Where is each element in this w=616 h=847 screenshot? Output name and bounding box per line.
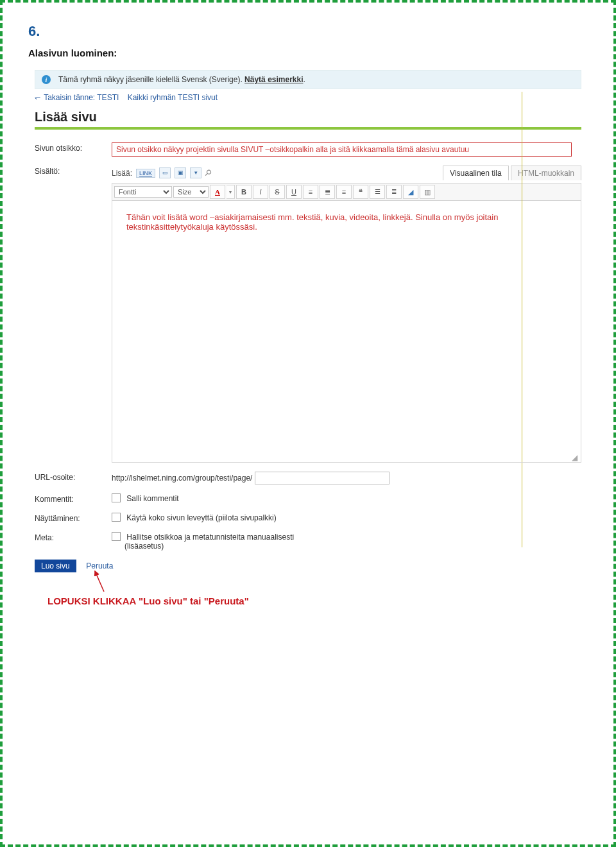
title-input-annotation[interactable]: Sivun otsikko näkyy projektin sivulla SI… (112, 142, 572, 157)
bold-button[interactable]: B (236, 185, 252, 199)
blockquote-button[interactable]: ❝ (353, 185, 368, 199)
notice-example-link[interactable]: Näytä esimerkki (244, 75, 303, 84)
notice-text: Tämä ryhmä näkyy jäsenille kielellä Sven… (58, 75, 305, 84)
label-url: URL-osoite: (35, 472, 112, 482)
svg-line-0 (95, 571, 104, 592)
resize-handle-icon[interactable]: ◢ (572, 453, 581, 462)
title-underline (35, 127, 581, 130)
font-select[interactable]: Fontti (114, 186, 172, 198)
notice-prefix: Tämä ryhmä näkyy jäsenille kielellä Sven… (58, 75, 244, 84)
insert-embed-button[interactable]: ▾ (190, 167, 201, 178)
row-display: Näyttäminen: Käytä koko sivun leveyttä (… (35, 513, 581, 523)
url-prefix: http://lshelmet.ning.com/group/testi/pag… (112, 474, 252, 483)
text-color-button[interactable]: A (210, 185, 225, 199)
row-url: URL-osoite: http://lshelmet.ning.com/gro… (35, 472, 581, 484)
step-number: 6. (28, 23, 588, 40)
editor-toolbar: Fontti Size A▾ B I S U ≡ ≣ ≡ ❝ ☰ ≣ (112, 183, 581, 201)
ol-button[interactable]: ≣ (386, 185, 402, 199)
page-title: Lisää sivu (35, 110, 588, 124)
tab-visual[interactable]: Visuaalinen tila (443, 166, 509, 180)
label-title: Sivun otsikko: (35, 142, 112, 153)
label-comments: Kommentit: (35, 493, 112, 504)
create-page-button[interactable]: Luo sivu (35, 560, 76, 572)
text-color-dropdown[interactable]: ▾ (227, 185, 235, 199)
align-left-button[interactable]: ≡ (303, 185, 318, 199)
size-select[interactable]: Size (173, 186, 209, 198)
insert-link-button[interactable]: LINK (136, 169, 155, 178)
document-page: 6. Alasivun luominen: i Tämä ryhmä näkyy… (0, 0, 616, 847)
italic-button[interactable]: I (253, 185, 268, 199)
strike-button[interactable]: S (270, 185, 285, 199)
meta-label: Hallitse otsikkoa ja metatunnisteita man… (126, 533, 294, 542)
align-right-button[interactable]: ≡ (336, 185, 352, 199)
breadcrumbs: ↽ Takaisin tänne: TESTI Kaikki ryhmän TE… (35, 93, 588, 102)
row-title: Sivun otsikko: Sivun otsikko näkyy proje… (35, 142, 581, 157)
insert-label: Lisää: (112, 169, 132, 178)
clear-format-button[interactable]: ◢ (403, 185, 418, 199)
meta-sublabel: (lisäasetus) (124, 542, 164, 551)
url-input[interactable] (255, 472, 389, 484)
insert-image-button[interactable]: ▭ (159, 167, 171, 178)
row-content: Sisältö: Lisää: LINK ▭ ▣ ▾ ⚲ Visuaalinen… (35, 166, 581, 463)
fullwidth-checkbox[interactable] (112, 513, 121, 522)
back-arrow-icon: ↽ (35, 94, 40, 101)
breadcrumb-back[interactable]: Takaisin tänne: TESTI (44, 93, 119, 102)
allow-comments-label: Salli kommentit (126, 494, 178, 503)
meta-checkbox[interactable] (112, 532, 121, 541)
breadcrumb-all-pages[interactable]: Kaikki ryhmän TESTI sivut (128, 93, 218, 102)
editor-tabs: Visuaalinen tila HTML-muokkain (443, 166, 581, 180)
insert-attachment-button[interactable]: ⚲ (203, 167, 214, 179)
label-display: Näyttäminen: (35, 513, 112, 523)
allow-comments-checkbox[interactable] (112, 493, 121, 502)
subheading: Alasivun luominen: (28, 47, 588, 58)
fullwidth-label: Käytä koko sivun leveyttä (piilota sivup… (126, 513, 276, 522)
insert-media-button[interactable]: ▣ (175, 167, 186, 178)
notice-bar: i Tämä ryhmä näkyy jäsenille kielellä Sv… (35, 70, 581, 89)
underline-button[interactable]: U (286, 185, 302, 199)
editor-body-annotation: Tähän voit lisätä word –asiakirjamaisest… (126, 212, 498, 232)
info-icon: i (42, 75, 51, 84)
insert-row: Lisää: LINK ▭ ▣ ▾ ⚲ Visuaalinen tila HTM… (112, 166, 581, 180)
annotation-arrow-icon (92, 569, 112, 594)
label-meta: Meta: (35, 532, 112, 542)
ul-button[interactable]: ☰ (370, 185, 385, 199)
row-comments: Kommentit: Salli kommentit (35, 493, 581, 504)
label-content: Sisältö: (35, 166, 112, 176)
align-center-button[interactable]: ≣ (320, 185, 335, 199)
final-instruction: LOPUKSI KLIKKAA "Luo sivu" tai "Peruuta" (47, 595, 588, 606)
editor-body[interactable]: Tähän voit lisätä word –asiakirjamaisest… (112, 201, 581, 463)
row-meta: Meta: Hallitse otsikkoa ja metatunnistei… (35, 532, 581, 551)
fullscreen-button[interactable]: ▥ (420, 185, 435, 199)
